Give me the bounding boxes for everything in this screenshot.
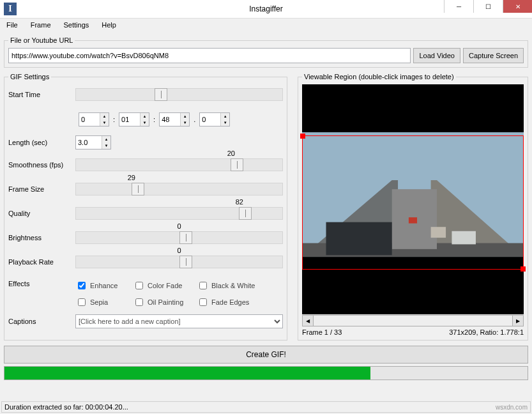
preview-area[interactable] bbox=[302, 84, 524, 314]
frame-scrollbar[interactable] bbox=[314, 315, 512, 326]
effect-black-white[interactable]: Black & White bbox=[197, 280, 267, 291]
smoothness-slider[interactable] bbox=[75, 158, 283, 171]
start-time-slider[interactable] bbox=[75, 88, 283, 101]
next-frame-button[interactable]: ▶ bbox=[512, 315, 524, 326]
watermark: wsxdn.com bbox=[496, 404, 528, 411]
progress-bar bbox=[4, 366, 528, 380]
progress-fill bbox=[4, 367, 370, 379]
file-url-legend: File or Youtube URL bbox=[8, 36, 75, 44]
minimize-button[interactable]: ─ bbox=[444, 0, 473, 13]
menu-frame[interactable]: Frame bbox=[28, 20, 54, 33]
captions-label: Captions bbox=[8, 318, 75, 325]
brightness-label: Brightness bbox=[8, 234, 75, 241]
prev-frame-button[interactable]: ◀ bbox=[302, 315, 314, 326]
window-title: Instagiffer bbox=[249, 4, 282, 13]
effect-oil-painting[interactable]: Oil Painting bbox=[133, 296, 197, 308]
brightness-value: 0 bbox=[177, 222, 181, 230]
effect-enhance[interactable]: Enhance bbox=[75, 280, 133, 291]
playback-rate-value: 0 bbox=[177, 247, 181, 254]
brightness-slider[interactable] bbox=[75, 231, 283, 244]
quality-label: Quality bbox=[8, 210, 75, 217]
frame-counter: Frame 1 / 33 bbox=[302, 328, 342, 336]
viewable-region-group: Viewable Region (double-click images to … bbox=[298, 73, 528, 341]
playback-rate-label: Playback Rate bbox=[8, 258, 75, 266]
smoothness-label: Smoothness (fps) bbox=[8, 161, 75, 169]
start-ms-spinner[interactable]: ▲▼ bbox=[199, 112, 230, 126]
effects-label: Effects bbox=[8, 280, 75, 308]
effect-sepia[interactable]: Sepia bbox=[75, 296, 133, 308]
start-minutes-spinner[interactable]: ▲▼ bbox=[119, 112, 149, 126]
menu-settings[interactable]: Settings bbox=[61, 20, 92, 33]
frame-size-info: 371x209, Ratio: 1.778:1 bbox=[449, 328, 524, 336]
start-seconds-spinner[interactable]: ▲▼ bbox=[159, 112, 190, 126]
crop-handle-br[interactable] bbox=[521, 266, 526, 272]
captions-select[interactable]: [Click here to add a new caption] bbox=[75, 314, 283, 328]
start-hours-spinner[interactable]: ▲▼ bbox=[79, 112, 109, 126]
status-text: Duration extracted so far: 00:00:04.20..… bbox=[4, 403, 128, 411]
file-url-group: File or Youtube URL Load Video Capture S… bbox=[4, 36, 528, 68]
length-spinner[interactable]: ▲▼ bbox=[75, 135, 111, 150]
menubar: File Frame Settings Help bbox=[0, 19, 532, 34]
effect-fade-edges[interactable]: Fade Edges bbox=[197, 296, 267, 308]
length-label: Length (sec) bbox=[8, 139, 75, 146]
menu-file[interactable]: File bbox=[4, 20, 20, 33]
quality-slider[interactable] bbox=[75, 207, 283, 220]
crop-box[interactable] bbox=[302, 135, 524, 270]
frame-size-slider[interactable] bbox=[75, 183, 283, 195]
menu-help[interactable]: Help bbox=[99, 20, 119, 33]
capture-screen-button[interactable]: Capture Screen bbox=[463, 48, 524, 63]
frame-size-value: 29 bbox=[128, 174, 135, 181]
quality-value: 82 bbox=[236, 198, 243, 206]
frame-size-label: Frame Size bbox=[8, 185, 75, 193]
playback-rate-slider[interactable] bbox=[75, 256, 283, 268]
gif-settings-legend: GIF Settings bbox=[8, 73, 51, 80]
viewable-legend: Viewable Region (double-click images to … bbox=[302, 73, 456, 80]
close-button[interactable]: ✕ bbox=[503, 0, 532, 13]
maximize-button[interactable]: ☐ bbox=[473, 0, 503, 13]
start-time-label: Start Time bbox=[8, 91, 75, 98]
crop-handle-tl[interactable] bbox=[300, 134, 305, 139]
app-icon: I bbox=[4, 3, 17, 15]
load-video-button[interactable]: Load Video bbox=[413, 48, 460, 63]
status-bar: Duration extracted so far: 00:00:04.20..… bbox=[1, 401, 531, 413]
smoothness-value: 20 bbox=[227, 150, 235, 157]
effect-color-fade[interactable]: Color Fade bbox=[133, 280, 197, 291]
url-input[interactable] bbox=[8, 48, 411, 63]
create-gif-button[interactable]: Create GIF! bbox=[4, 346, 528, 364]
titlebar: I Instagiffer ─ ☐ ✕ bbox=[0, 0, 532, 19]
gif-settings-group: GIF Settings Start Time ▲▼ : ▲▼ : ▲▼ . ▲… bbox=[4, 73, 287, 341]
